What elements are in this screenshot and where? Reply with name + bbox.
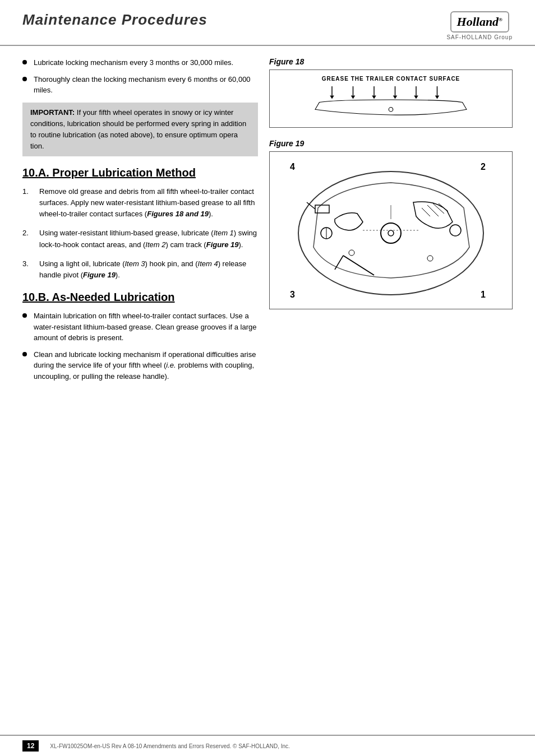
svg-marker-5 (372, 96, 376, 99)
numbered-list-10a: 1. Remove old grease and debris from all… (22, 186, 258, 281)
list-item-3: 3. Using a light oil, lubricate (Item 3)… (22, 258, 258, 281)
figures-ref-1: Figures 18 and 19 (147, 210, 209, 218)
holland-text: Holland (457, 15, 499, 29)
list-item: Lubricate locking mechanism every 3 mont… (22, 57, 258, 68)
fig18-surface-label: GREASE THE TRAILER CONTACT SURFACE (275, 76, 506, 82)
page-footer: 12 XL-FW10025OM-en-US Rev A 08-10 Amendm… (0, 735, 535, 756)
bullet-text-10b-2: Clean and lubricate locking mechanism if… (34, 349, 258, 382)
list-item-2: 2. Using water-resistant lithium-based g… (22, 228, 258, 250)
figure19-svg: 4 2 3 1 (275, 157, 506, 303)
important-box: IMPORTANT: If your fifth wheel operates … (22, 103, 258, 157)
svg-point-34 (427, 256, 433, 261)
section-10b-heading: 10.B. As-Needed Lubrication (22, 291, 258, 304)
svg-text:4: 4 (290, 162, 295, 171)
bullet-text-1: Lubricate locking mechanism every 3 mont… (34, 57, 233, 68)
fig18-drawing (275, 86, 506, 120)
footer-page-number: 12 (22, 740, 39, 752)
list-num-3: 3. (22, 258, 39, 270)
logo-box: Holland® (450, 11, 509, 33)
list-content-1: Remove old grease and debris from all fi… (39, 186, 258, 220)
right-column: Figure 18 GREASE THE TRAILER CONTACT SUR… (269, 57, 513, 723)
registered-mark: ® (499, 17, 502, 22)
item3-ref: Item 3 (124, 259, 145, 268)
item2-ref: Item 2 (145, 240, 165, 249)
page: Maintenance Procedures Holland® SAF-HOLL… (0, 0, 535, 756)
logo-subtitle: SAF-HOLLAND Group (446, 34, 513, 40)
item1-ref: Item 1 (214, 229, 234, 237)
section-10b-title: 10.B. As-Needed Lubrication (22, 291, 175, 303)
svg-point-21 (381, 223, 401, 243)
section-10a-title: 10.A. Proper Lubrication Method (22, 166, 196, 179)
list-content-3: Using a light oil, lubricate (Item 3) ho… (39, 258, 258, 281)
page-header: Maintenance Procedures Holland® SAF-HOLL… (0, 0, 535, 46)
list-item-1: 1. Remove old grease and debris from all… (22, 186, 258, 220)
svg-marker-9 (414, 96, 418, 99)
figure19-ref-2: Figure 19 (206, 240, 239, 249)
bullet-list-10b: Maintain lubrication on fifth wheel-to-t… (22, 310, 258, 382)
page-title: Maintenance Procedures (22, 11, 207, 29)
figure18-box: GREASE THE TRAILER CONTACT SURFACE (269, 69, 513, 128)
list-num-2: 2. (22, 228, 39, 239)
list-item: Clean and lubricate locking mechanism if… (22, 349, 258, 382)
svg-point-12 (389, 108, 393, 112)
figure19-ref-3: Figure 19 (83, 271, 116, 279)
svg-marker-3 (351, 96, 356, 99)
list-num-1: 1. (22, 186, 39, 197)
bullet-dot (22, 77, 27, 81)
main-content: Lubricate locking mechanism every 3 mont… (0, 46, 535, 735)
bullet-text-2: Thoroughly clean the locking mechanism e… (34, 74, 258, 96)
list-content-2: Using water-resistant lithium-based grea… (39, 228, 258, 250)
figure19-drawing: 4 2 3 1 (275, 157, 506, 303)
svg-point-22 (388, 230, 394, 236)
section-10a-heading: 10.A. Proper Lubrication Method (22, 166, 258, 179)
footer-text: XL-FW10025OM-en-US Rev A 08-10 Amendment… (50, 743, 290, 749)
svg-text:2: 2 (481, 162, 486, 171)
left-column: Lubricate locking mechanism every 3 mont… (22, 57, 258, 723)
list-item: Maintain lubrication on fifth wheel-to-t… (22, 310, 258, 344)
figure19-box: 4 2 3 1 (269, 151, 513, 309)
bullet-dot (22, 313, 27, 318)
svg-text:1: 1 (481, 290, 486, 299)
bullet-dot (22, 352, 27, 356)
svg-marker-7 (393, 96, 398, 99)
svg-marker-11 (435, 96, 440, 99)
top-bullet-list: Lubricate locking mechanism every 3 mont… (22, 57, 258, 96)
svg-line-27 (343, 256, 374, 275)
svg-marker-1 (330, 96, 334, 99)
bullet-text-10b-1: Maintain lubrication on fifth wheel-to-t… (34, 310, 258, 344)
ie-ref: i.e. (166, 361, 176, 369)
svg-line-28 (335, 256, 343, 270)
logo-text: Holland® (457, 15, 502, 29)
svg-point-20 (450, 225, 461, 236)
item4-ref: Item 4 (198, 259, 218, 268)
svg-line-23 (422, 208, 430, 216)
bullet-dot (22, 60, 27, 64)
svg-text:3: 3 (290, 290, 295, 299)
figure18-label: Figure 18 (269, 57, 513, 66)
figure19-label: Figure 19 (269, 139, 513, 148)
list-item: Thoroughly clean the locking mechanism e… (22, 74, 258, 96)
important-label: IMPORTANT: (30, 108, 75, 117)
logo-area: Holland® SAF-HOLLAND Group (446, 11, 513, 40)
svg-point-33 (349, 250, 354, 256)
